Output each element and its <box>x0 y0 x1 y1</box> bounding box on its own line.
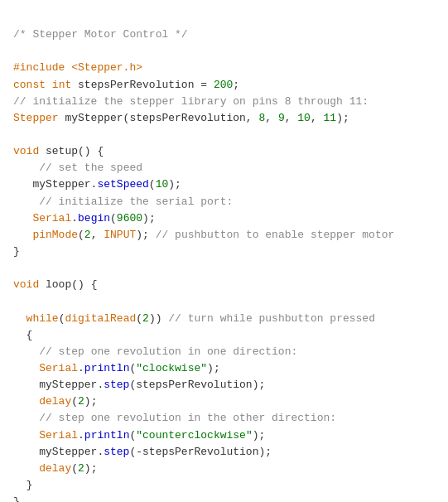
line-comment-1: /* Stepper Motor Control */ <box>13 28 188 41</box>
line-while: while <box>26 312 59 325</box>
line-comment-3: // set the speed <box>39 162 142 174</box>
line-steps-var: stepsPerRevolution = <box>71 79 214 91</box>
line-begin-method: begin <box>78 212 110 224</box>
line-println-2: println <box>84 429 130 442</box>
line-include: #include <Stepper.h> <box>13 61 142 74</box>
line-int-type: int <box>52 79 71 91</box>
code-editor: /* Stepper Motor Control */ #include <St… <box>0 0 448 502</box>
line-step-1: step <box>104 379 129 391</box>
code-content: /* Stepper Motor Control */ #include <St… <box>13 10 435 502</box>
line-comment-4: // initialize the serial port: <box>39 195 233 208</box>
line-comment-2: // initialize the stepper library on pin… <box>13 95 369 108</box>
line-comment-6: // turn while pushbutton pressed <box>168 312 375 325</box>
line-comment-5: // pushbutton to enable stepper motor <box>156 229 395 241</box>
line-void-loop: void <box>13 278 39 291</box>
line-serial-begin: Serial <box>32 212 71 224</box>
line-pinmode: pinMode <box>32 229 78 241</box>
line-stepper-class: Stepper <box>13 112 59 124</box>
line-steps-val: 200 <box>214 79 233 91</box>
line-input: INPUT <box>104 229 136 241</box>
line-void-setup: void <box>13 145 39 157</box>
line-delay-2: delay <box>39 462 71 475</box>
line-setspeed: setSpeed <box>97 178 148 191</box>
line-serial-println-1: Serial <box>39 362 78 374</box>
line-delay-1: delay <box>39 395 71 408</box>
line-string-cw: "clockwise" <box>136 362 207 374</box>
line-serial-println-2: Serial <box>39 429 78 442</box>
line-comment-8: // step one revolution in the other dire… <box>39 412 336 424</box>
line-string-ccw: "counterclockwise" <box>136 429 252 442</box>
line-println-1: println <box>84 362 130 374</box>
line-digitalread: digitalRead <box>65 312 136 325</box>
line-step-2: step <box>104 446 129 458</box>
line-const-keyword: const <box>13 79 46 91</box>
line-comment-7: // step one revolution in one direction: <box>39 345 297 358</box>
